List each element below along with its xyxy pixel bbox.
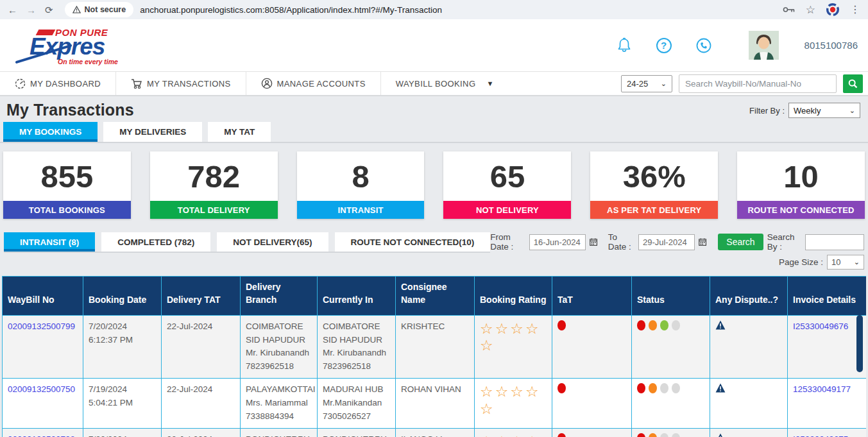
url-text: anchoruat.ponpurelogistics.com:8058/Appl… [140, 5, 442, 15]
cart-icon [131, 78, 142, 89]
help-icon[interactable]: ? [655, 37, 673, 55]
col-delivery-tat: Delivery TAT [162, 277, 241, 316]
menu-dots-icon[interactable]: ⋮ [850, 4, 860, 15]
tat-indicator [557, 383, 626, 397]
calendar-icon[interactable] [699, 237, 706, 247]
ponpure-express-logo: PON PURE Expres On time every time [22, 24, 124, 67]
date-search-button[interactable]: Search [718, 234, 763, 250]
bookmark-star-icon[interactable]: ☆ [806, 4, 815, 15]
subtab-route-not-connected[interactable]: ROUTE NOT CONNECTED(10) [335, 232, 491, 252]
star-icon[interactable]: ☆ [495, 383, 511, 400]
status-dot [557, 383, 566, 393]
status-indicators [637, 383, 704, 397]
forward-icon[interactable]: → [26, 5, 36, 15]
nav-my-dashboard[interactable]: MY DASHBOARD [0, 72, 116, 95]
stat-label: TOTAL DELIVERY [150, 201, 278, 219]
star-icon[interactable]: ☆ [525, 383, 541, 400]
chevron-down-icon: ▼ [486, 80, 493, 87]
invoice-link[interactable]: I25330049675 [793, 434, 848, 437]
star-icon[interactable]: ☆ [495, 433, 511, 437]
subtab-not-delivery[interactable]: NOT DELIVERY(65) [217, 232, 328, 252]
waybill-search-input[interactable] [679, 74, 837, 93]
whatsapp-icon[interactable] [695, 37, 713, 55]
star-icon[interactable]: ☆ [480, 383, 495, 400]
star-icon[interactable]: ☆ [525, 433, 541, 437]
dashboard-icon [15, 78, 26, 89]
search-by-input[interactable] [805, 234, 864, 250]
currently-in-cell: PONDICHERRYMrs. ArounaDevy7397771972 [318, 429, 396, 437]
chevron-down-icon: ⌄ [849, 107, 855, 115]
stat-card-intransit[interactable]: 8 INTRANSIT [297, 151, 425, 219]
stat-value: 65 [443, 151, 571, 201]
rating-stars[interactable]: ☆☆☆☆☆ [480, 433, 547, 437]
not-secure-chip[interactable]: Not secure [65, 2, 134, 17]
password-key-icon[interactable] [783, 6, 796, 13]
invoice-link[interactable]: I25330049676 [793, 321, 848, 331]
status-subtabs: INTRANSIT (8) COMPLETED (782) NOT DELIVE… [4, 232, 490, 253]
nav-label: MANAGE ACCOUNTS [277, 79, 366, 89]
star-icon[interactable]: ☆ [480, 400, 495, 417]
stat-card-route-not-connected[interactable]: 10 ROUTE NOT CONNECTED [737, 151, 865, 219]
star-icon[interactable]: ☆ [510, 383, 525, 400]
to-date-label: To Date : [608, 232, 634, 252]
back-icon[interactable]: ← [8, 5, 17, 15]
filter-by-select[interactable]: Weekly ⌄ [788, 103, 860, 118]
stat-label: NOT DELIVERY [443, 201, 571, 219]
reload-icon[interactable]: ⟳ [45, 5, 53, 15]
profile-icon[interactable] [826, 3, 840, 17]
dispute-warning-icon[interactable] [715, 433, 726, 437]
table-scrollbar-thumb[interactable] [856, 315, 863, 372]
address-bar[interactable]: Not secure anchoruat.ponpurelogistics.co… [65, 1, 771, 18]
dispute-warning-icon[interactable] [715, 320, 726, 330]
from-date-label: From Date : [490, 232, 525, 252]
waybill-search-button[interactable] [843, 74, 863, 93]
page-size-select[interactable]: 10 ⌄ [827, 255, 864, 270]
star-icon[interactable]: ☆ [480, 320, 495, 337]
stat-card-total-bookings[interactable]: 855 TOTAL BOOKINGS [3, 151, 131, 219]
waybill-link[interactable]: 02009132500750 [8, 384, 75, 394]
col-status: Status [632, 277, 710, 316]
star-icon[interactable]: ☆ [480, 337, 495, 354]
status-indicators [637, 433, 704, 437]
invoice-link[interactable]: 125330049177 [793, 384, 851, 394]
tab-my-tat[interactable]: MY TAT [208, 122, 271, 142]
stat-value: 36% [590, 151, 718, 201]
app-header: PON PURE Expres On time every time ? 801… [0, 19, 868, 72]
tab-my-bookings[interactable]: MY BOOKINGS [3, 122, 98, 142]
nav-my-transactions[interactable]: MY TRANSACTIONS [116, 72, 246, 95]
rating-stars[interactable]: ☆☆☆☆☆ [480, 383, 547, 417]
nav-waybill-booking[interactable]: WAYBILL BOOKING ▼ [381, 72, 509, 95]
user-avatar[interactable] [749, 31, 779, 60]
currently-in-cell: COIMBATORE SID HAPUDURMr. Kirubanandh782… [318, 315, 396, 379]
calendar-icon[interactable] [590, 237, 597, 247]
notification-bell-icon[interactable] [615, 37, 633, 55]
transactions-table: WayBill No Booking Date Delivery TAT Del… [2, 276, 866, 437]
status-dot [637, 383, 645, 393]
dispute-warning-icon[interactable] [715, 383, 726, 393]
subtab-intransit[interactable]: INTRANSIT (8) [4, 232, 95, 252]
subtab-completed[interactable]: COMPLETED (782) [101, 232, 210, 252]
waybill-link[interactable]: 02009132500799 [8, 321, 75, 331]
nav-manage-accounts[interactable]: MANAGE ACCOUNTS [246, 72, 381, 95]
chevron-down-icon: ⌄ [661, 80, 667, 88]
stat-card-not-delivery[interactable]: 65 NOT DELIVERY [443, 151, 571, 219]
tab-my-deliveries[interactable]: MY DELIVERIES [103, 122, 202, 142]
tat-indicator [557, 433, 626, 437]
fiscal-year-select[interactable]: 24-25 ⌄ [621, 75, 672, 92]
bookings-tabstrip: MY BOOKINGS MY DELIVERIES MY TAT [0, 122, 868, 143]
star-icon[interactable]: ☆ [480, 433, 495, 437]
star-icon[interactable]: ☆ [510, 433, 525, 437]
star-icon[interactable]: ☆ [510, 320, 525, 337]
stat-card-total-delivery[interactable]: 782 TOTAL DELIVERY [150, 151, 278, 219]
status-dot [649, 433, 657, 437]
page-title: My Transactions [6, 101, 134, 119]
star-icon[interactable]: ☆ [525, 320, 541, 337]
to-date-input[interactable] [638, 234, 695, 250]
col-any-dispute: Any Dispute..? [710, 277, 788, 316]
star-icon[interactable]: ☆ [495, 320, 511, 337]
waybill-link[interactable]: 02009132500798 [8, 434, 75, 437]
rating-stars[interactable]: ☆☆☆☆☆ [480, 320, 547, 354]
status-dot [660, 433, 668, 437]
from-date-input[interactable] [529, 234, 586, 250]
stat-card-as-per-tat[interactable]: 36% AS PER TAT DELIVERY [590, 151, 718, 219]
